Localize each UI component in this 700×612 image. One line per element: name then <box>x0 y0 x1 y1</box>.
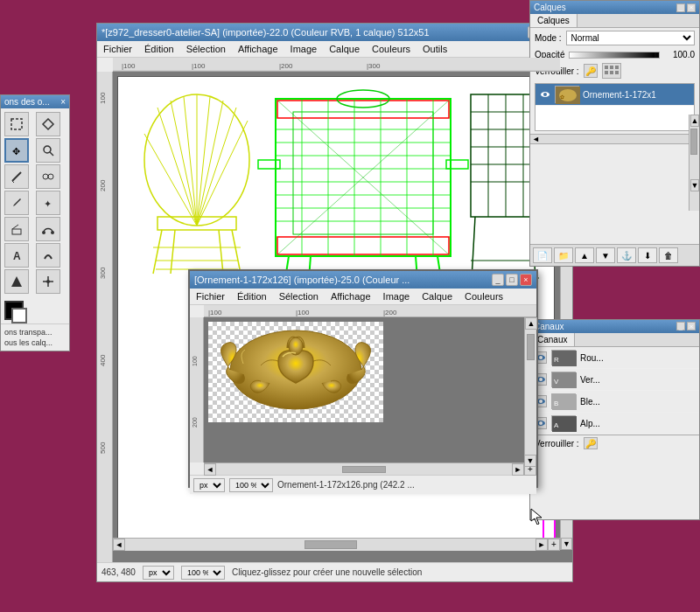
layer-eye-icon[interactable] <box>539 88 551 101</box>
menu-edition[interactable]: Édition <box>142 43 177 55</box>
channels-title: Canaux <box>534 322 564 331</box>
layers-scroll-up[interactable]: ▲ <box>690 115 699 127</box>
mode-select[interactable]: Normal <box>566 31 695 45</box>
ornament-scroll-up[interactable]: ▲ <box>525 317 537 330</box>
menu-outils[interactable]: Outils <box>420 43 450 55</box>
opacity-slider[interactable] <box>569 52 660 59</box>
scroll-right-btn[interactable]: ► <box>536 539 548 551</box>
tool-move[interactable]: ✥ <box>4 138 29 163</box>
svg-point-90 <box>46 280 50 283</box>
color-swatches <box>1 297 69 323</box>
layer-anchor-btn[interactable]: ⚓ <box>617 247 636 263</box>
svg-point-84 <box>42 231 46 234</box>
layer-item[interactable]: ✿ Ornement-1-172x1 <box>536 84 694 106</box>
svg-text:|300: |300 <box>367 62 381 70</box>
channels-lock-btn[interactable]: 🔑 <box>584 437 598 449</box>
ornament-h-scrollbar[interactable]: ◄ ► + <box>204 462 536 475</box>
tool-clone[interactable] <box>36 164 60 189</box>
channel-thumb-alpha: A <box>551 415 576 431</box>
svg-text:|100: |100 <box>122 62 136 70</box>
toolbox-close[interactable]: × <box>60 97 66 107</box>
layers-close[interactable]: × <box>687 3 696 12</box>
ornament-maximize[interactable]: □ <box>506 274 518 286</box>
tool-path[interactable] <box>36 217 60 241</box>
toolbox-title: ons des o... <box>4 97 50 107</box>
channels-close[interactable]: × <box>687 322 696 330</box>
scroll-corner[interactable]: + <box>548 539 560 551</box>
ornament-filename: Ornement-1-172x126.png (242.2 ... <box>277 480 415 490</box>
menu-affichage[interactable]: Affichage <box>235 43 281 55</box>
tool-grid: ✥ ✦ A <box>1 108 69 297</box>
svg-line-22 <box>232 230 241 274</box>
ornament-scroll-down[interactable]: ▼ <box>524 455 536 467</box>
layer-down-btn[interactable]: ▼ <box>596 247 615 263</box>
ornament-menu-calque[interactable]: Calque <box>419 290 455 303</box>
tab-calques[interactable]: Calques <box>530 14 578 27</box>
ornament-menu-selection[interactable]: Sélection <box>276 290 321 303</box>
tool-heal[interactable]: ✦ <box>36 191 60 215</box>
svg-point-111 <box>539 400 542 403</box>
menu-calque[interactable]: Calque <box>326 43 362 55</box>
ornament-v-scrollbar[interactable]: ▲ ▼ <box>524 317 536 462</box>
layer-delete-btn[interactable]: 🗑 <box>659 247 678 263</box>
h-scrollbar[interactable]: ◄ ► + <box>113 538 560 550</box>
svg-point-115 <box>539 421 542 425</box>
tool-rect-select[interactable] <box>4 112 29 136</box>
svg-rect-95 <box>610 71 613 74</box>
scroll-left-btn[interactable]: ◄ <box>113 539 125 551</box>
zoom-selector[interactable]: 100 % <box>181 566 225 580</box>
layer-merge-btn[interactable]: ⬇ <box>638 247 657 263</box>
scroll-down-btn[interactable]: ▼ <box>561 538 572 550</box>
lock-pattern <box>602 63 621 79</box>
foreground-color[interactable] <box>4 301 24 320</box>
svg-point-85 <box>51 231 54 234</box>
layers-h-scrollbar[interactable]: ◄ ► <box>530 134 699 144</box>
ornament-unit-select[interactable]: px <box>193 478 225 492</box>
ornament-menu-edition[interactable]: Édition <box>234 290 270 303</box>
new-layer-btn[interactable]: 📄 <box>533 247 552 263</box>
svg-text:V: V <box>554 378 559 386</box>
tool-fuzzy-select[interactable] <box>36 112 60 136</box>
svg-rect-91 <box>605 66 608 69</box>
ornament-menu-image[interactable]: Image <box>381 290 413 303</box>
layer-folder-btn[interactable]: 📁 <box>554 247 573 263</box>
ornament-ruler-v: 100 200 <box>190 317 204 462</box>
tool-zoom[interactable] <box>36 138 60 163</box>
ornament-menu-fichier[interactable]: Fichier <box>193 290 228 303</box>
svg-line-23 <box>171 230 175 274</box>
ornament-h-scroll-left[interactable]: ◄ <box>204 463 216 476</box>
menu-couleurs[interactable]: Couleurs <box>369 43 413 55</box>
ornament-close[interactable]: × <box>520 274 532 286</box>
layer-thumbnail: ✿ <box>555 86 579 103</box>
tool-eraser[interactable] <box>4 217 29 241</box>
ornament-menu-couleurs[interactable]: Couleurs <box>462 290 506 303</box>
layers-v-scrollbar[interactable]: ▲ ▼ <box>689 115 699 211</box>
tool-smudge[interactable] <box>36 243 60 268</box>
ornament-minimize[interactable]: _ <box>492 274 504 286</box>
tool-crosshair[interactable] <box>36 269 60 294</box>
menu-selection[interactable]: Sélection <box>184 43 228 55</box>
layers-scroll-down[interactable]: ▼ <box>690 179 699 191</box>
tool-text[interactable]: A <box>4 243 29 268</box>
menu-image[interactable]: Image <box>288 43 320 55</box>
ornament-zoom-select[interactable]: 100 % <box>229 478 273 492</box>
ornament-h-scroll-right[interactable]: ► <box>512 463 524 476</box>
channels-tabs: Canaux <box>530 333 699 347</box>
ornament-canvas[interactable] <box>204 317 524 462</box>
channels-minimize[interactable]: _ <box>676 322 685 330</box>
background-color[interactable] <box>11 308 27 323</box>
ornament-menu-affichage[interactable]: Affichage <box>328 290 374 303</box>
layer-name: Ornement-1-172x1 <box>583 90 656 100</box>
tool-bucket[interactable] <box>4 269 29 294</box>
layers-h-scroll-left[interactable]: ◄ <box>530 135 542 143</box>
lock-pixels-btn[interactable]: 🔑 <box>584 64 598 78</box>
tool-paintbrush[interactable] <box>4 191 29 215</box>
layers-minimize[interactable]: _ <box>676 3 685 12</box>
svg-line-21 <box>153 230 162 274</box>
layer-up-btn[interactable]: ▲ <box>575 247 594 263</box>
unit-selector[interactable]: px <box>143 566 174 580</box>
ruler-vertical: 100 200 300 400 500 <box>97 72 113 581</box>
menu-fichier[interactable]: Fichier <box>101 43 135 55</box>
svg-line-82 <box>12 225 18 229</box>
tool-pencil[interactable] <box>4 164 29 189</box>
